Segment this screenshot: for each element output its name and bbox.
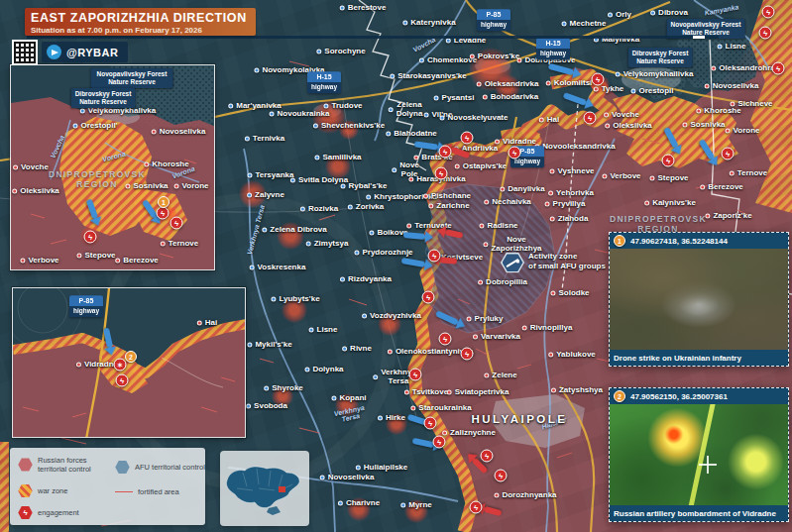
town-name: Dibrova bbox=[658, 9, 688, 18]
map-canvas: DNIPROPETROVSK REGIONVovchaKamyankaVerkh… bbox=[0, 0, 792, 532]
town-label: Velykomykhalivka bbox=[80, 107, 157, 116]
advance-arrow-blue bbox=[103, 328, 113, 349]
town-label: Mechetne bbox=[562, 20, 607, 29]
town-marker-dot bbox=[309, 327, 314, 332]
northern-flank-inset: DNIPROPETROVSK REGIONVovchaVoronaVoronaN… bbox=[10, 64, 215, 270]
town-marker-dot bbox=[306, 241, 311, 246]
town-marker-dot bbox=[551, 387, 556, 392]
nature-reserve-label: Novopavlivskyy Forest Nature Reserve bbox=[91, 68, 173, 88]
town-marker-dot bbox=[605, 123, 610, 128]
advance-arrow-blue bbox=[548, 63, 575, 76]
town-marker-dot bbox=[477, 81, 482, 86]
highway-code: P-85 bbox=[69, 295, 103, 306]
town-label: Ternove bbox=[730, 169, 768, 178]
town-name: Ostapivs'ke bbox=[463, 162, 508, 171]
town-marker-dot bbox=[247, 192, 252, 197]
advance-arrow-blue bbox=[412, 438, 435, 448]
town-marker-dot bbox=[304, 367, 309, 372]
town-marker-dot bbox=[12, 188, 17, 193]
town-marker-dot bbox=[340, 5, 345, 10]
town-name: Rivnopillya bbox=[530, 324, 573, 333]
town-label: Tykhe bbox=[594, 85, 624, 94]
town-marker-dot bbox=[341, 183, 346, 188]
town-label: Zelena Dolyna bbox=[389, 101, 423, 119]
town-marker-dot bbox=[516, 57, 521, 62]
town-name: Pokrovs'ke bbox=[478, 53, 519, 61]
river-label: Vovcha bbox=[50, 134, 66, 159]
town-label: Blahodatne bbox=[386, 130, 437, 139]
town-label: Khoroshe bbox=[696, 107, 740, 116]
town-name: Nechaivka bbox=[492, 198, 531, 207]
town-marker-dot bbox=[248, 172, 253, 177]
town-label: HULYAIPOLE bbox=[471, 413, 567, 426]
town-label: Sosnivka bbox=[682, 121, 725, 130]
engagement-icon: ϟ bbox=[170, 217, 183, 230]
engagement-icon: ϟ bbox=[495, 470, 508, 482]
advance-arrow-blue bbox=[401, 258, 426, 267]
town-marker-dot bbox=[338, 500, 343, 505]
town-marker-dot bbox=[354, 250, 359, 255]
highway-label: H-15highway bbox=[307, 71, 341, 93]
engagement-icon: ϟ bbox=[18, 505, 33, 520]
legend-panel: Russian forces territorial control war z… bbox=[10, 448, 205, 525]
engagement-icon: ϟ bbox=[509, 147, 521, 160]
engagement-icon: ϟ bbox=[84, 231, 97, 244]
town-label: Starokasyanivs'ke bbox=[390, 72, 467, 81]
legend-label: AFU territorial control bbox=[135, 463, 205, 472]
photo-badge: 2 bbox=[614, 390, 625, 402]
engagement-icon: ϟ bbox=[116, 374, 129, 387]
town-label: Rivnopillya bbox=[522, 324, 573, 333]
town-label: Rybal's'ke bbox=[341, 182, 388, 191]
town-name: Sorochyne bbox=[324, 48, 365, 56]
legend-label: Russian forces territorial control bbox=[38, 456, 91, 474]
town-marker-dot bbox=[718, 44, 723, 49]
town-name: Sviatopetrivka bbox=[455, 388, 509, 397]
town-marker-dot bbox=[389, 108, 394, 113]
inset2-labels-layer: P-85highwayVidradneHaiϟ2✶ bbox=[13, 288, 245, 437]
town-marker-dot bbox=[705, 83, 710, 88]
town-marker-dot bbox=[413, 155, 418, 160]
advance-arrow-blue bbox=[86, 199, 98, 220]
town-name: Oleksiivka bbox=[613, 122, 652, 131]
town-marker-dot bbox=[314, 155, 319, 160]
town-label: Dolynka bbox=[304, 366, 343, 374]
engagement-icon: ϟ bbox=[428, 250, 441, 263]
town-marker-dot bbox=[550, 216, 555, 221]
town-name: Vidradne bbox=[503, 138, 536, 147]
town-name: Verbove bbox=[610, 172, 640, 181]
town-name: Shevchenkivs'ke bbox=[321, 122, 385, 131]
engagement-icon: ϟ bbox=[439, 333, 452, 346]
town-marker-dot bbox=[115, 258, 120, 263]
war-zone-icon bbox=[18, 483, 33, 498]
qr-code bbox=[12, 40, 38, 65]
town-label: Yehorivka bbox=[548, 189, 594, 198]
town-marker-dot bbox=[406, 223, 411, 228]
town-label: Orestopil' bbox=[72, 122, 117, 131]
photo-coordinates: 47.90627418, 36.52248144 bbox=[630, 237, 728, 246]
town-name: Staroukrainka bbox=[418, 404, 471, 413]
town-marker-dot bbox=[630, 88, 635, 93]
town-marker-dot bbox=[404, 389, 409, 394]
town-label: Vorone bbox=[726, 127, 760, 136]
town-marker-dot bbox=[174, 183, 179, 188]
town-name: Berestove bbox=[348, 4, 387, 13]
town-name: Novoukrainka bbox=[278, 110, 330, 119]
town-label: Pishchane bbox=[423, 192, 471, 201]
title-banner: EAST ZAPORIZHZHIA DIRECTION Situation as… bbox=[25, 8, 256, 36]
town-marker-dot bbox=[410, 405, 415, 410]
engagement-icon: ϟ bbox=[762, 6, 775, 19]
engagement-icon: ϟ bbox=[722, 148, 735, 160]
town-marker-dot bbox=[76, 362, 81, 367]
town-label: Novoselivka bbox=[152, 128, 206, 137]
photo-badge: 1 bbox=[614, 235, 625, 247]
town-marker-dot bbox=[76, 253, 81, 258]
highway-word: highway bbox=[477, 20, 510, 31]
town-label: Chomenkove bbox=[419, 56, 477, 65]
photo-ref-badge: 2 bbox=[125, 351, 137, 363]
town-label: Rivne bbox=[342, 345, 372, 354]
town-name: Huliaipilske bbox=[364, 464, 407, 473]
highway-label: H-15highway bbox=[536, 38, 570, 59]
town-marker-dot bbox=[362, 313, 367, 318]
town-label: Zlahoda bbox=[550, 215, 589, 224]
town-marker-dot bbox=[300, 206, 305, 211]
